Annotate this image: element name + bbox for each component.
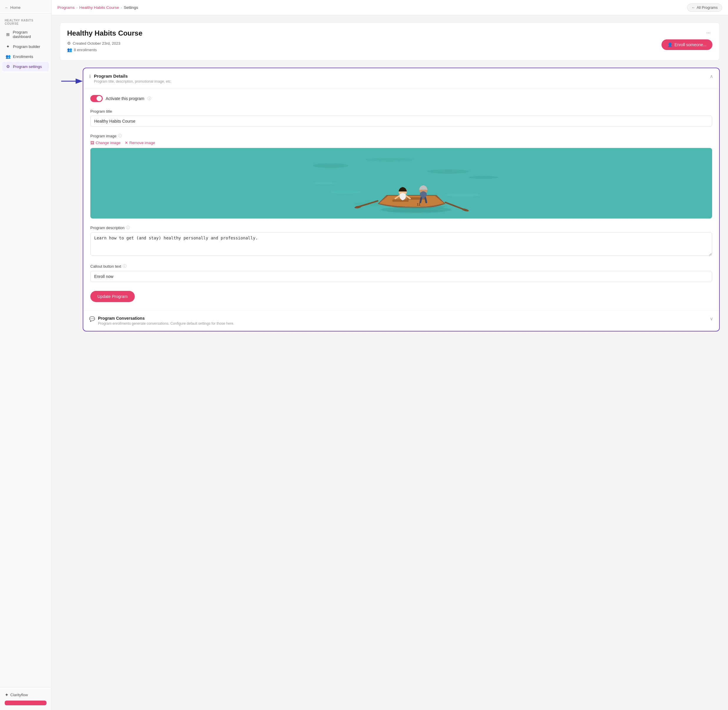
arrow-left-icon: ← xyxy=(691,6,695,10)
program-title-label: Program title xyxy=(90,109,712,113)
clarityflow-brand: ✦ Clarityflow xyxy=(5,692,47,698)
people-icon: 👥 xyxy=(67,47,72,52)
remove-image-label: Remove image xyxy=(129,141,155,145)
svg-point-10 xyxy=(469,176,499,179)
program-image-container: 11 xyxy=(90,148,712,219)
conversations-section-left: 💬 Program Conversations Program enrollme… xyxy=(89,316,234,326)
breadcrumb-course[interactable]: Healthy Habits Course xyxy=(79,5,119,10)
program-title-field: Program title xyxy=(90,109,712,127)
enroll-btn-label: Enroll someone... xyxy=(674,43,706,47)
change-image-label: Change image xyxy=(96,141,121,145)
breadcrumb-programs[interactable]: Programs xyxy=(57,5,75,10)
sidebar-section-label: HEALTHY HABITS COURSE xyxy=(0,13,51,28)
enroll-someone-button[interactable]: 👤 Enroll someone... xyxy=(662,40,712,50)
program-enrollments: 8 enrollments xyxy=(74,48,97,52)
settings-card: ℹ Program Details Program title, descrip… xyxy=(83,67,720,332)
calendar-icon: ⚙ xyxy=(67,41,71,45)
program-description-input[interactable] xyxy=(90,232,712,256)
program-title-input[interactable] xyxy=(90,116,712,127)
svg-point-4 xyxy=(366,158,413,161)
activate-toggle[interactable] xyxy=(90,95,103,102)
sidebar-item-label: Program settings xyxy=(13,65,42,69)
close-icon: ✕ xyxy=(125,141,128,145)
enrollments-icon: 👥 xyxy=(5,54,10,59)
main-content: Programs › Healthy Habits Course › Setti… xyxy=(51,0,728,710)
svg-point-24 xyxy=(387,209,446,213)
conversations-title: Program Conversations xyxy=(98,316,234,321)
sidebar-item-settings[interactable]: ⚙ Program settings xyxy=(2,62,49,71)
brand-name: Clarityflow xyxy=(10,692,28,697)
conversations-info: Program Conversations Program enrollment… xyxy=(98,316,234,326)
sidebar-item-dashboard[interactable]: ⊞ Program dashboard xyxy=(2,28,49,41)
image-upload-icon: 🖼 xyxy=(90,141,94,145)
program-description-field: Program description ⓘ xyxy=(90,225,712,257)
all-programs-label: All Programs xyxy=(697,6,718,10)
section-title: Program Details xyxy=(94,73,172,79)
program-image-label: Program image ⓘ xyxy=(90,133,712,138)
toggle-slider xyxy=(90,95,103,102)
boat-image: 11 xyxy=(90,148,712,219)
form-body: Activate this program ⓘ Program title Pr… xyxy=(83,89,719,310)
program-header-left: Healthy Habits Course ⚙ Created October … xyxy=(67,29,143,54)
desc-info-icon: ⓘ xyxy=(126,225,130,230)
topbar: Programs › Healthy Habits Course › Setti… xyxy=(51,0,728,15)
activate-label: Activate this program xyxy=(106,96,144,101)
content-area: Healthy Habits Course ⚙ Created October … xyxy=(51,15,728,710)
program-header-card: Healthy Habits Course ⚙ Created October … xyxy=(60,22,720,60)
program-created: Created October 23rd, 2023 xyxy=(73,41,121,45)
sidebar-item-enrollments[interactable]: 👥 Enrollments xyxy=(2,52,49,61)
sidebar-item-builder[interactable]: ✦ Program builder xyxy=(2,42,49,51)
conversations-subtitle: Program enrollments generate conversatio… xyxy=(98,321,234,326)
sidebar-bottom: ✦ Clarityflow xyxy=(0,687,51,710)
svg-point-3 xyxy=(313,163,349,168)
sidebar-top: ← Home xyxy=(0,0,51,13)
svg-point-5 xyxy=(428,169,469,173)
back-home-link[interactable]: ← Home xyxy=(5,5,47,10)
builder-icon: ✦ xyxy=(5,44,10,49)
section-header-left: ℹ Program Details Program title, descrip… xyxy=(89,73,172,84)
breadcrumb-sep-2: › xyxy=(121,6,122,10)
program-conversations-section[interactable]: 💬 Program Conversations Program enrollme… xyxy=(83,310,719,331)
callout-text-input[interactable] xyxy=(90,271,712,282)
settings-area: ℹ Program Details Program title, descrip… xyxy=(60,67,720,332)
sidebar: ← Home HEALTHY HABITS COURSE ⊞ Program d… xyxy=(0,0,51,710)
callout-label: Callout button text ⓘ xyxy=(90,264,712,269)
image-actions: 🖼 Change image ✕ Remove image xyxy=(90,141,712,145)
breadcrumb: Programs › Healthy Habits Course › Setti… xyxy=(57,5,138,10)
program-image-field: Program image ⓘ 🖼 Change image ✕ Remove … xyxy=(90,133,712,219)
program-enrollments-row: 👥 8 enrollments xyxy=(67,47,143,52)
svg-point-9 xyxy=(313,182,337,185)
update-program-button[interactable]: Update Program xyxy=(90,291,135,302)
svg-text:11: 11 xyxy=(417,202,421,206)
program-desc-label: Program description ⓘ xyxy=(90,225,712,230)
sidebar-cta-button[interactable] xyxy=(5,701,47,705)
chevron-down-icon: ∨ xyxy=(710,316,713,321)
change-image-button[interactable]: 🖼 Change image xyxy=(90,141,121,145)
chat-icon: 💬 xyxy=(89,316,95,322)
svg-point-7 xyxy=(446,193,481,197)
more-options-button[interactable]: ··· xyxy=(704,29,712,37)
remove-image-button[interactable]: ✕ Remove image xyxy=(125,141,155,145)
pointer-arrow xyxy=(60,75,86,87)
person-add-icon: 👤 xyxy=(668,43,672,47)
collapse-button[interactable]: ∧ xyxy=(710,73,713,79)
breadcrumb-sep-1: › xyxy=(76,6,78,10)
image-info-icon: ⓘ xyxy=(118,133,122,138)
callout-text-field: Callout button text ⓘ xyxy=(90,264,712,282)
dashboard-icon: ⊞ xyxy=(5,32,10,37)
sidebar-item-label: Program dashboard xyxy=(13,30,46,39)
activate-info-icon: ⓘ xyxy=(147,96,151,101)
sidebar-item-label: Enrollments xyxy=(13,54,33,59)
program-details-header[interactable]: ℹ Program Details Program title, descrip… xyxy=(83,68,719,89)
callout-info-icon: ⓘ xyxy=(123,264,126,269)
chevron-left-icon: ← xyxy=(5,5,9,10)
section-subtitle: Program title, description, promotional … xyxy=(94,79,172,84)
program-header-right: ··· 👤 Enroll someone... xyxy=(662,29,712,50)
settings-icon: ⚙ xyxy=(5,64,10,69)
sidebar-item-label: Program builder xyxy=(13,44,40,49)
home-label: Home xyxy=(10,5,21,10)
svg-point-6 xyxy=(331,191,360,194)
all-programs-button[interactable]: ← All Programs xyxy=(687,3,722,12)
svg-rect-13 xyxy=(393,200,409,202)
sidebar-nav: ⊞ Program dashboard ✦ Program builder 👥 … xyxy=(0,28,51,72)
